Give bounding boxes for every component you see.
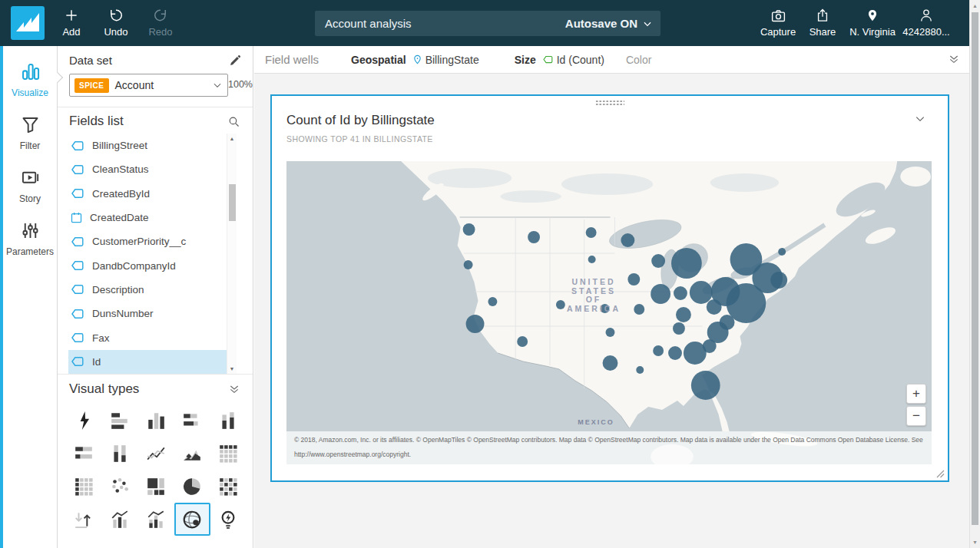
- field-item-BillingStreet[interactable]: BillingStreet: [68, 134, 227, 157]
- field-item-DunsNumber[interactable]: DunsNumber: [68, 302, 227, 325]
- map-bubble[interactable]: [464, 260, 473, 269]
- visual-type-auto-graph[interactable]: [65, 404, 101, 437]
- map-bubble[interactable]: [653, 345, 664, 356]
- share-button[interactable]: Share: [800, 7, 845, 38]
- scrollbar-down-icon[interactable]: ▼: [970, 540, 980, 545]
- search-icon[interactable]: [227, 115, 240, 128]
- double-chevron-down-icon[interactable]: [228, 383, 240, 395]
- visual-type-vertical-bar[interactable]: [137, 404, 174, 437]
- fields-scrollbar[interactable]: ▲ ▼: [227, 134, 237, 374]
- edit-pencil-icon[interactable]: [229, 54, 242, 67]
- map-bubble[interactable]: [621, 233, 634, 247]
- page-scrollbar-thumb[interactable]: [972, 12, 978, 525]
- visual-type-insights[interactable]: [210, 503, 247, 536]
- sidebar-item-parameters[interactable]: Parameters: [3, 220, 57, 257]
- visual-type-combo-stacked-bar-line[interactable]: [137, 503, 174, 536]
- visual-type-vertical-stacked-bar[interactable]: [210, 404, 247, 437]
- pivot-table-icon: [218, 444, 238, 464]
- field-item-CreatedById[interactable]: CreatedById: [68, 182, 227, 206]
- visual-type-vertical-100-stacked-bar[interactable]: [101, 437, 137, 470]
- map-bubble[interactable]: [586, 227, 597, 238]
- visual-type-horizontal-stacked-bar[interactable]: [174, 404, 210, 437]
- visual-type-tree-map[interactable]: [137, 470, 174, 503]
- visual-type-line-chart[interactable]: [137, 437, 174, 470]
- map-bubble[interactable]: [556, 300, 565, 309]
- visual-type-pie-chart[interactable]: [174, 470, 210, 503]
- map-bubble[interactable]: [668, 346, 682, 360]
- zoom-in-button[interactable]: +: [906, 384, 926, 404]
- field-item-CustomerPriority__c[interactable]: CustomerPriority__c: [68, 229, 227, 253]
- dataset-select[interactable]: SPICE Account: [69, 74, 228, 97]
- undo-button[interactable]: Undo: [94, 7, 138, 38]
- visual-type-heat-map[interactable]: [210, 470, 247, 503]
- field-item-Description[interactable]: Description: [68, 278, 227, 302]
- map-bubble[interactable]: [651, 284, 670, 304]
- region-selector[interactable]: N. Virginia: [845, 7, 900, 38]
- field-item-Fax[interactable]: Fax: [68, 325, 227, 349]
- map-bubble[interactable]: [466, 315, 485, 333]
- size-well-value[interactable]: Id (Count): [542, 54, 604, 66]
- resize-handle[interactable]: [936, 470, 945, 478]
- visual-type-points-on-map[interactable]: [174, 503, 210, 536]
- field-item-CleanStatus[interactable]: CleanStatus: [68, 157, 227, 181]
- map-bubble[interactable]: [703, 339, 717, 353]
- visual-type-scatter-plot[interactable]: [101, 470, 137, 503]
- autosave-toggle[interactable]: Autosave ON: [565, 17, 661, 30]
- user-menu[interactable]: 4242880...: [900, 7, 952, 38]
- map-bubble[interactable]: [627, 273, 640, 286]
- map-bubble[interactable]: [671, 248, 702, 279]
- camera-icon: [770, 7, 786, 24]
- map-bubble[interactable]: [636, 366, 644, 374]
- geospatial-well-value[interactable]: BillingState: [412, 54, 479, 66]
- fields-scrollbar-thumb[interactable]: [229, 184, 236, 221]
- sidebar-item-filter[interactable]: Filter: [3, 114, 57, 151]
- map-bubble[interactable]: [528, 231, 540, 243]
- visual-type-horizontal-bar[interactable]: [101, 404, 137, 437]
- field-item-CreatedDate[interactable]: CreatedDate: [68, 206, 227, 229]
- map-bubble[interactable]: [778, 248, 786, 256]
- drag-handle[interactable]: [595, 100, 624, 106]
- map-bubble[interactable]: [463, 223, 475, 236]
- map-bubble[interactable]: [606, 328, 615, 337]
- map-bubble[interactable]: [603, 355, 618, 371]
- scrollbar-down-icon[interactable]: ▼: [227, 366, 237, 371]
- visual-type-horizontal-100-stacked-bar[interactable]: [65, 437, 101, 470]
- map-bubble[interactable]: [651, 254, 665, 268]
- field-item-Id[interactable]: Id: [68, 350, 227, 374]
- map-bubble[interactable]: [588, 256, 596, 263]
- visual-type-pivot-table[interactable]: [210, 437, 247, 470]
- map-bubble[interactable]: [517, 336, 528, 347]
- analysis-title-box[interactable]: Account analysis Autosave ON: [315, 11, 661, 36]
- scrollbar-up-icon[interactable]: ▲: [227, 136, 237, 141]
- visual-card[interactable]: Count of Id by Billingstate SHOWING TOP …: [270, 94, 949, 482]
- add-button[interactable]: Add: [49, 7, 94, 38]
- map-bubble[interactable]: [690, 281, 713, 304]
- map-bubble[interactable]: [488, 297, 497, 306]
- redo-button[interactable]: Redo: [138, 7, 183, 38]
- color-well-label[interactable]: Color: [626, 54, 651, 66]
- zoom-out-button[interactable]: −: [906, 406, 926, 426]
- sidebar-item-story[interactable]: Story: [3, 167, 57, 204]
- map-bubble[interactable]: [676, 307, 691, 322]
- visual-type-area-line-chart[interactable]: [174, 437, 210, 470]
- page-scrollbar[interactable]: ▲ ▼: [969, 0, 980, 548]
- sidebar-item-visualize[interactable]: Visualize: [3, 61, 57, 98]
- double-chevron-down-icon[interactable]: [948, 53, 960, 65]
- map-bubble[interactable]: [674, 286, 687, 300]
- visual-menu-chevron-icon[interactable]: [914, 113, 926, 125]
- map-bubble[interactable]: [691, 371, 720, 400]
- map-bubble[interactable]: [601, 304, 610, 313]
- map-bubble[interactable]: [673, 322, 685, 335]
- capture-button[interactable]: Capture: [756, 7, 800, 38]
- field-wells-bar[interactable]: Field wells Geospatial BillingState Size…: [254, 46, 969, 74]
- visual-type-table[interactable]: [65, 470, 101, 503]
- visual-type-kpi[interactable]: [65, 503, 101, 536]
- scrollbar-up-icon[interactable]: ▲: [970, 3, 980, 8]
- points-on-map-visual[interactable]: UNITEDSTATES OFAMERICA MEXICO © 2018, Am…: [286, 161, 932, 464]
- map-bubble[interactable]: [770, 272, 787, 289]
- visual-type-combo-bar-line[interactable]: [101, 503, 137, 536]
- map-bubble[interactable]: [707, 299, 722, 315]
- field-item-DandbCompanyId[interactable]: DandbCompanyId: [68, 253, 227, 277]
- map-bubble[interactable]: [634, 304, 644, 315]
- quicksight-logo-icon[interactable]: [11, 6, 45, 40]
